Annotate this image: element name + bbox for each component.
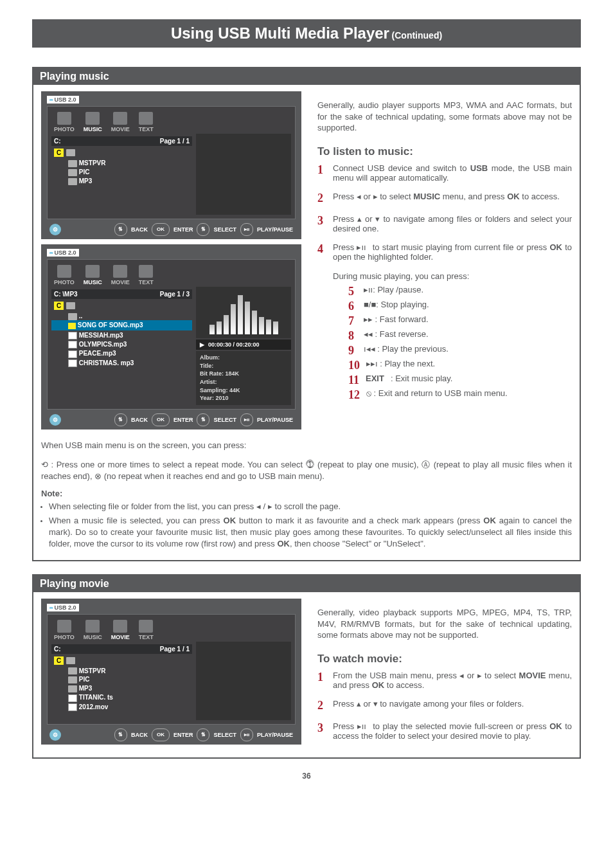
ok-icon: OK	[152, 728, 170, 741]
file-icon	[68, 350, 77, 358]
repeat-modes: ⟲ : Press one or more times to select a …	[41, 459, 572, 482]
check-icon	[68, 323, 76, 329]
note-header: Note:	[41, 489, 572, 498]
hint-bar: ⚙ ⇅BACK OKENTER ⇅SELECT ▸ııPLAY/PAUSE	[47, 223, 296, 236]
music-intro: Generally, audio player supports MP3, WM…	[317, 100, 572, 134]
photo-icon	[57, 620, 71, 633]
movie-icon	[113, 265, 127, 278]
updown-icon: ⇅	[197, 223, 209, 236]
playing-movie-section: Playing movie ⎓ USB 2.0 PHOTO MUSIC MOVI…	[32, 574, 581, 759]
music-steps: Connect USB device and switch to USB mod…	[317, 163, 572, 410]
updown-icon: ⇅	[114, 728, 127, 741]
photo-icon	[57, 112, 71, 125]
file-icon	[68, 359, 77, 367]
ok-icon: OK	[152, 223, 170, 236]
folder-icon	[68, 169, 77, 176]
movie-icon	[113, 620, 127, 633]
music-icon	[85, 112, 100, 125]
ok-icon: OK	[152, 413, 170, 426]
gear-icon: ⚙	[49, 414, 61, 426]
photo-icon	[57, 265, 71, 278]
movie-screenshot: ⎓ USB 2.0 PHOTO MUSIC MOVIE TEXT C:Page …	[41, 599, 301, 745]
repeat-intro: When USB main menu is on the screen, you…	[41, 440, 572, 451]
music-header: Playing music	[33, 68, 580, 85]
music-notes: When selecting file or folder from the l…	[41, 501, 572, 550]
hint-bar: ⚙ ⇅BACK OKENTER ⇅SELECT ▸ııPLAY/PAUSE	[47, 728, 296, 741]
track-metadata: Album: Title: Bit Rate: 184K Artist: Sam…	[196, 351, 291, 405]
movie-header: Playing movie	[33, 575, 580, 592]
playpause-icon: ▸ıı	[240, 413, 253, 426]
folder-icon	[66, 149, 75, 156]
playpause-icon: ▸ıı	[240, 728, 253, 741]
music-screenshot-playing: ⎓ USB 2.0 PHOTO MUSIC MOVIE TEXT C: \MP3…	[41, 244, 301, 429]
updown-icon: ⇅	[197, 728, 209, 741]
text-icon	[139, 620, 153, 633]
usb-badge: ⎓ USB 2.0	[47, 249, 79, 257]
page-title-bar: Using USB Multi Media Player (Continued)	[32, 19, 581, 48]
play-time: ▶00:00:30 / 00:20:00	[196, 339, 291, 350]
file-icon	[68, 341, 77, 348]
gear-icon: ⚙	[49, 729, 61, 741]
hint-bar: ⚙ ⇅BACK OKENTER ⇅SELECT ▸ııPLAY/PAUSE	[47, 413, 296, 426]
folder-icon	[68, 313, 77, 320]
playback-controls: ▸ıı: Play /pause. ■/■: Stop playing. ▸▸ …	[348, 285, 572, 402]
media-tabs: PHOTO MUSIC MOVIE TEXT	[51, 264, 291, 287]
folder-icon	[68, 178, 77, 185]
file-icon	[68, 694, 77, 702]
updown-icon: ⇅	[197, 413, 209, 426]
movie-steps: From the USB main menu, press ◂ or ▸ to …	[317, 671, 572, 741]
playing-music-section: Playing music ⎓ USB 2.0 PHOTO MUSIC MOVI…	[32, 67, 581, 561]
updown-icon: ⇅	[114, 413, 127, 426]
folder-icon	[66, 657, 75, 664]
folder-icon	[68, 667, 77, 674]
updown-icon: ⇅	[114, 223, 127, 236]
page-title-continued: (Continued)	[392, 30, 443, 41]
movie-intro: Generally, video playback supports MPG, …	[317, 607, 572, 641]
text-icon	[139, 265, 153, 278]
page-title: Using USB Multi Media Player	[171, 24, 389, 42]
folder-icon	[68, 685, 77, 692]
usb-badge: ⎓ USB 2.0	[47, 604, 79, 611]
music-icon	[85, 620, 100, 633]
media-tabs: PHOTO MUSIC MOVIE TEXT	[51, 619, 291, 642]
usb-badge: ⎓ USB 2.0	[47, 96, 79, 104]
music-icon	[85, 265, 100, 278]
text-icon	[139, 112, 153, 125]
file-icon	[68, 332, 77, 339]
folder-icon	[68, 676, 77, 683]
gear-icon: ⚙	[49, 224, 61, 235]
media-tabs: PHOTO MUSIC MOVIE TEXT	[51, 111, 291, 134]
music-screenshot-browser: ⎓ USB 2.0 PHOTO MUSIC MOVIE TEXT C:Page …	[41, 91, 301, 239]
file-icon	[68, 703, 77, 711]
page-number: 36	[32, 772, 581, 781]
playpause-icon: ▸ıı	[240, 223, 253, 236]
manual-page: Using USB Multi Media Player (Continued)…	[0, 0, 613, 868]
equalizer	[196, 287, 291, 338]
folder-icon	[68, 160, 77, 167]
watch-heading: To watch movie:	[317, 653, 572, 665]
folder-icon	[66, 302, 75, 309]
listen-heading: To listen to music:	[317, 145, 572, 158]
movie-icon	[113, 112, 127, 125]
